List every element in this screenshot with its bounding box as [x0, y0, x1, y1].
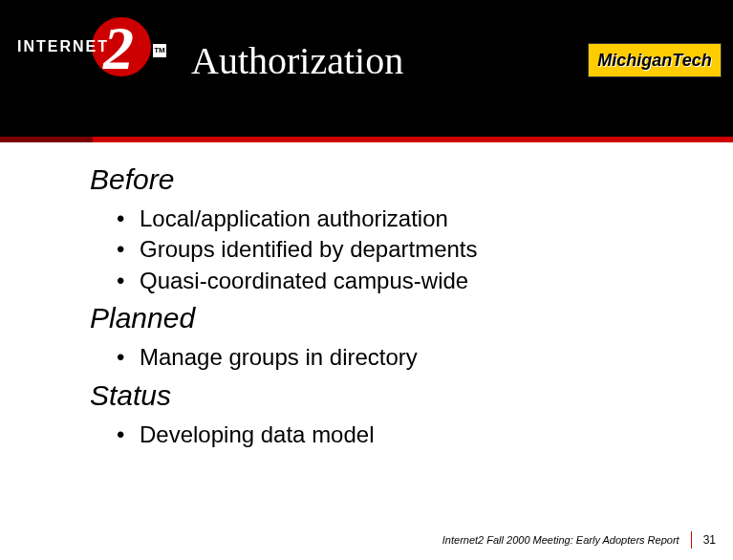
- section-heading-status: Status: [90, 379, 695, 412]
- footer-text: Internet2 Fall 2000 Meeting: Early Adopt…: [442, 534, 679, 546]
- michigan-tech-logo: MichiganTech: [588, 43, 722, 77]
- michigan-tech-text: MichiganTech: [597, 51, 711, 71]
- logo-tm: TM: [153, 44, 166, 57]
- logo-number: 2: [103, 13, 134, 84]
- bullet-item: Quasi-coordinated campus-wide: [117, 266, 695, 296]
- accent-bar: [0, 137, 733, 142]
- section-heading-before: Before: [90, 163, 695, 196]
- logo-text: INTERNET: [17, 38, 109, 55]
- slide-content: Before Local/application authorization G…: [90, 158, 695, 456]
- slide-header: INTERNET 2 TM Authorization MichiganTech: [0, 0, 733, 137]
- bullet-list-planned: Manage groups in directory: [117, 342, 695, 373]
- footer-separator: [691, 531, 692, 549]
- internet2-logo: INTERNET 2 TM: [17, 17, 161, 113]
- accent-bar-light: [93, 137, 733, 142]
- slide-footer: Internet2 Fall 2000 Meeting: Early Adopt…: [442, 531, 716, 549]
- section-heading-planned: Planned: [90, 302, 695, 334]
- bullet-item: Manage groups in directory: [117, 342, 695, 373]
- bullet-item: Local/application authorization: [117, 204, 695, 234]
- bullet-item: Groups identified by departments: [117, 234, 695, 265]
- accent-bar-dark: [0, 137, 93, 142]
- bullet-item: Developing data model: [117, 420, 695, 450]
- bullet-list-before: Local/application authorization Groups i…: [117, 204, 695, 296]
- bullet-list-status: Developing data model: [117, 420, 695, 450]
- slide-title: Authorization: [191, 38, 403, 83]
- page-number: 31: [703, 533, 716, 547]
